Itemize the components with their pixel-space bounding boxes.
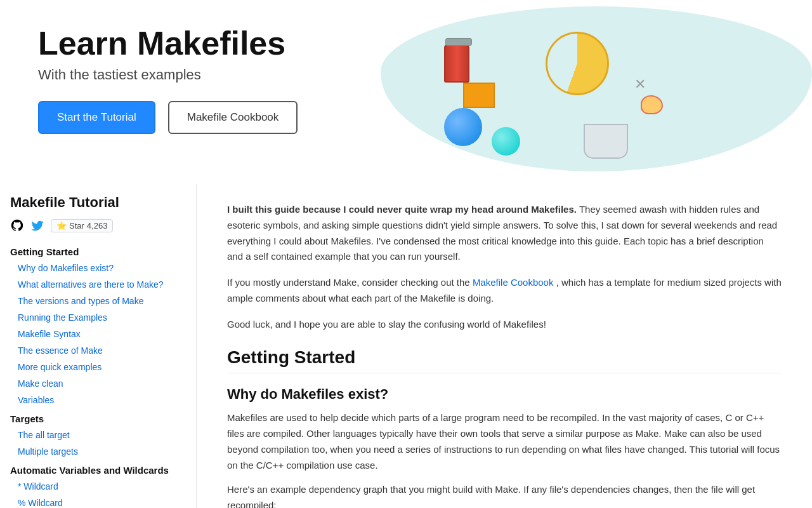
sidebar-item-multiple-targets[interactable]: Multiple targets: [0, 443, 196, 460]
can-decoration: [444, 44, 469, 83]
star-label: Star: [69, 221, 84, 231]
star-icon: ⭐: [56, 221, 67, 231]
sidebar-item-why-makefiles[interactable]: Why do Makefiles exist?: [0, 260, 196, 276]
sidebar-item-syntax[interactable]: Makefile Syntax: [0, 326, 196, 342]
block-decoration: [463, 83, 495, 108]
main-content: I built this guide because I could never…: [197, 184, 812, 508]
sidebar-item-percent-wildcard[interactable]: % Wildcard: [0, 495, 196, 508]
sidebar-icons-row: ⭐ Star 4,263: [0, 218, 196, 241]
sidebar-section-wildcards: Automatic Variables and Wildcards: [0, 460, 196, 478]
sidebar-item-star-wildcard[interactable]: * Wildcard: [0, 478, 196, 495]
sidebar-section-targets: Targets: [0, 408, 196, 427]
main-layout: Makefile Tutorial ⭐ Star 4,263 Gett: [0, 184, 812, 508]
sphere2-decoration: [492, 127, 520, 156]
pie-decoration: [546, 32, 609, 95]
sidebar-item-essence[interactable]: The essence of Make: [0, 342, 196, 359]
sidebar-item-alternatives[interactable]: What alternatives are there to Make?: [0, 276, 196, 293]
cross-decoration: ✕: [634, 76, 647, 89]
sub-why-heading: Why do Makefiles exist?: [227, 386, 782, 403]
lemon-decoration: [641, 95, 663, 114]
sphere1-decoration: [444, 108, 482, 146]
section-getting-started-heading: Getting Started: [227, 347, 782, 373]
hero-illustration: ✕: [323, 13, 774, 184]
cookbook-text-before: If you mostly understand Make, consider …: [227, 277, 473, 288]
sidebar: Makefile Tutorial ⭐ Star 4,263 Gett: [0, 184, 197, 508]
sidebar-item-running-examples[interactable]: Running the Examples: [0, 309, 196, 326]
github-icon[interactable]: [10, 218, 24, 232]
hero-section: Learn Makefiles With the tastiest exampl…: [0, 0, 812, 184]
good-luck-text: Good luck, and I hope you are able to sl…: [227, 317, 782, 333]
twitter-icon[interactable]: [30, 218, 44, 232]
hero-subtitle: With the tastiest examples: [38, 67, 298, 83]
cookbook-link[interactable]: Makefile Cookbook: [473, 277, 554, 288]
sidebar-item-all-target[interactable]: The all target: [0, 427, 196, 443]
star-badge[interactable]: ⭐ Star 4,263: [51, 219, 113, 232]
sidebar-section-getting-started: Getting Started: [0, 241, 196, 260]
why-text: Makefiles are used to help decide which …: [227, 410, 782, 473]
hero-buttons: Start the Tutorial Makefile Cookbook: [38, 101, 298, 134]
sidebar-item-quick-examples[interactable]: More quick examples: [0, 359, 196, 375]
makefile-cookbook-button[interactable]: Makefile Cookbook: [168, 101, 298, 134]
sidebar-item-make-clean[interactable]: Make clean: [0, 375, 196, 392]
star-count: 4,263: [87, 221, 108, 231]
cookbook-paragraph: If you mostly understand Make, consider …: [227, 275, 782, 307]
sidebar-item-variables[interactable]: Variables: [0, 392, 196, 408]
cup-decoration: [584, 124, 628, 159]
intro-paragraph: I built this guide because I could never…: [227, 202, 782, 265]
hero-title: Learn Makefiles: [38, 25, 298, 62]
hero-text-block: Learn Makefiles With the tastiest exampl…: [38, 13, 298, 134]
graph-text: Here's an example dependency graph that …: [227, 482, 782, 508]
start-tutorial-button[interactable]: Start the Tutorial: [38, 101, 155, 134]
intro-bold-text: I built this guide because I could never…: [227, 204, 577, 215]
sidebar-item-versions[interactable]: The versions and types of Make: [0, 293, 196, 309]
sidebar-project-title: Makefile Tutorial: [0, 194, 196, 218]
